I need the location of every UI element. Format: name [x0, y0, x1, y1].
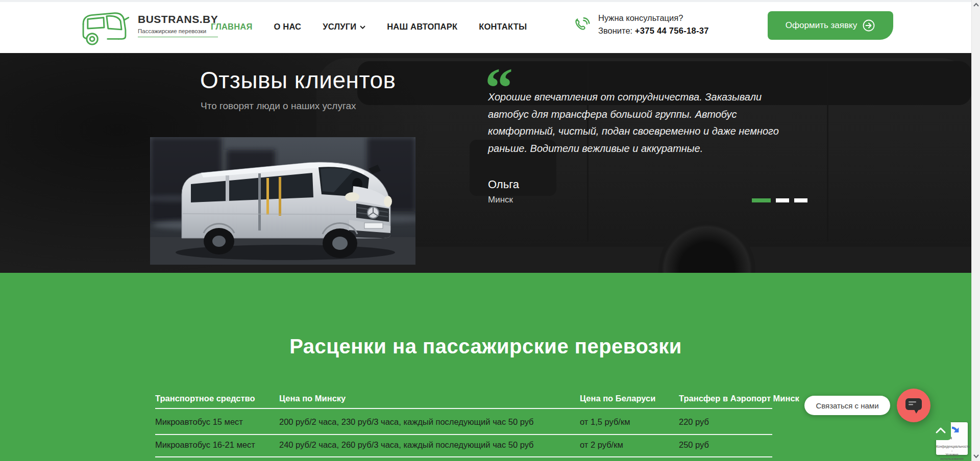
table-cell: Микроавтобус 16-21 мест [155, 440, 255, 450]
reviews-section: Отзывы клиентов Что говорят люди о наших… [0, 53, 971, 273]
nav-item-services[interactable]: УСЛУГИ [323, 22, 365, 32]
logo[interactable]: BUSTRANS.BY Пассажирские перевозки [76, 8, 218, 47]
scrollbar-down-icon[interactable] [973, 453, 979, 459]
consultation-call-line: Звоните: +375 44 756-18-37 [598, 26, 709, 36]
carousel-dot-1[interactable] [752, 198, 771, 202]
consultation-block: Нужна консультация? Звоните: +375 44 756… [573, 13, 709, 36]
table-row: Микроавтобус 16-21 мест 240 руб/2 часа, … [155, 440, 772, 455]
nav-item-services-label: УСЛУГИ [323, 22, 356, 32]
testimonial-author: Ольга [488, 178, 519, 191]
nav-item-about[interactable]: О НАС [274, 22, 301, 32]
column-header: Трансфер в Аэропорт Минск [679, 394, 799, 403]
table-divider [155, 408, 772, 409]
page: BUSTRANS.BY Пассажирские перевозки ГЛАВН… [0, 0, 980, 461]
table-row: Микроавтобус 15 мест 200 руб/2 часа, 230… [155, 417, 772, 432]
top-edge-strip [0, 0, 980, 2]
table-divider [155, 456, 772, 457]
order-request-button[interactable]: Оформить заявку [768, 11, 893, 40]
column-header: Цена по Беларуси [580, 394, 655, 403]
table-cell: от 2 руб/км [580, 440, 623, 450]
vertical-scrollbar[interactable] [971, 0, 980, 461]
reviews-title: Отзывы клиентов [200, 66, 396, 94]
chevron-up-icon [935, 427, 946, 434]
logo-title: BUSTRANS.BY [138, 13, 218, 25]
pricing-title: Расценки на пассажирские перевозки [0, 335, 971, 358]
phone-link[interactable]: +375 44 756-18-37 [635, 26, 709, 35]
consultation-text: Нужна консультация? Звоните: +375 44 756… [598, 13, 709, 36]
scroll-to-top-button[interactable] [930, 420, 951, 440]
phone-icon [573, 15, 591, 35]
column-header: Транспортное средство [155, 394, 255, 403]
carousel-dot-2[interactable] [776, 198, 789, 202]
header: BUSTRANS.BY Пассажирские перевозки ГЛАВН… [0, 0, 971, 53]
call-prefix: Звоните: [598, 26, 632, 35]
chat-tooltip[interactable]: Связаться с нами [804, 396, 890, 415]
testimonial-text: Хорошие впечатления от сотрудничества. З… [488, 89, 789, 157]
table-cell: Микроавтобус 15 мест [155, 417, 243, 427]
chat-bubble-icon [903, 396, 924, 415]
column-header: Цена по Минску [279, 394, 346, 403]
carousel-dot-3[interactable] [794, 198, 807, 202]
table-cell: 220 руб [679, 417, 709, 427]
carousel-dots [752, 198, 813, 202]
nav-item-contacts[interactable]: КОНТАКТЫ [479, 22, 527, 32]
table-cell: 200 руб/2 часа, 230 руб/3 часа, каждый п… [279, 417, 534, 427]
chat-button[interactable] [897, 389, 930, 422]
testimonial-city: Минск [488, 195, 513, 205]
table-divider [155, 434, 772, 435]
chevron-down-icon [360, 25, 365, 29]
pricing-table-header-row: Транспортное средство Цена по Минску Цен… [155, 394, 772, 409]
logo-text: BUSTRANS.BY Пассажирские перевозки [138, 8, 218, 37]
table-cell: от 1,5 руб/км [580, 417, 630, 427]
recaptcha-terms: Конфиденциальность - Условия использован… [936, 445, 968, 461]
order-request-label: Оформить заявку [786, 20, 857, 31]
recaptcha-conditions: Условия использования [940, 453, 963, 460]
nav-item-home[interactable]: ГЛАВНАЯ [211, 22, 252, 32]
table-cell: 250 руб [679, 440, 709, 450]
logo-tagline: Пассажирские перевозки [138, 28, 218, 37]
nav-item-fleet[interactable]: НАШ АВТОПАРК [387, 22, 457, 32]
recaptcha-privacy: Конфиденциальность - [936, 445, 970, 452]
minibus-photo [150, 137, 415, 265]
pricing-section: Расценки на пассажирские перевозки Транс… [0, 273, 971, 461]
consultation-question: Нужна консультация? [598, 13, 709, 23]
arrow-circle-icon [862, 19, 875, 32]
bus-logo-icon [76, 8, 133, 47]
reviews-subtitle: Что говорят люди о наших услугах [201, 100, 356, 112]
main-nav: ГЛАВНАЯ О НАС УСЛУГИ НАШ АВТОПАРК КОНТАК… [211, 0, 527, 53]
table-cell: 240 руб/2 часа, 260 руб/3 часа, каждый п… [279, 440, 534, 450]
scrollbar-up-icon[interactable] [973, 2, 979, 8]
